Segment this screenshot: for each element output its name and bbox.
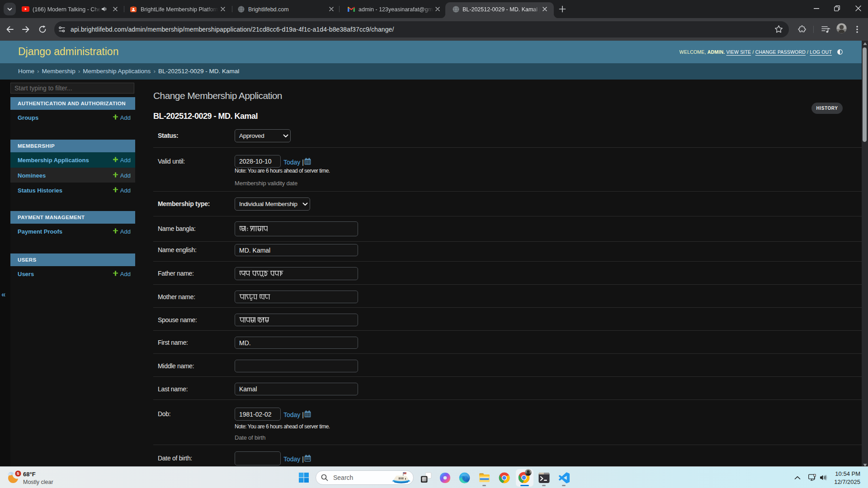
svg-text:5: 5 xyxy=(17,471,19,476)
